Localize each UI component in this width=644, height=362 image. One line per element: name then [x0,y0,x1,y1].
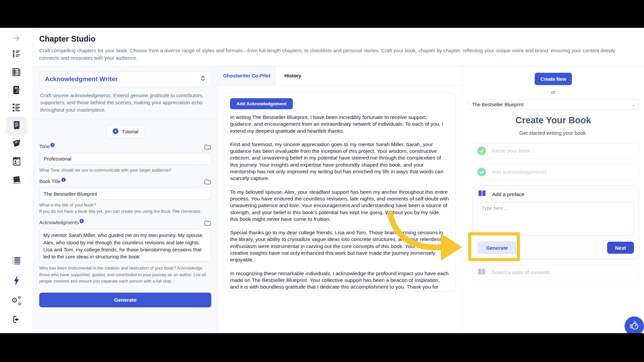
stopwatch-icon [629,321,639,332]
notebook-icon [11,120,21,132]
step-add-acknowledgements[interactable]: Add acknowledgements [473,164,639,180]
book-title-help-line2: If you do not have a book title yet, you… [39,209,201,214]
tool-panel: Acknowledgment Writer Craft sincere ackn… [33,66,218,334]
book-steps: Name your book Add acknowledgements Add … [473,143,639,280]
folder-icon [204,146,211,151]
acknowledgement-document: Add Acknowledgement In writing The Bests… [224,93,456,292]
sidebar-item-forms[interactable] [7,64,26,82]
sidebar-item-outline[interactable] [7,99,26,117]
top-letterbox-bar [0,0,644,28]
tool-description: Craft sincere acknowledgments. Extend ge… [40,92,210,113]
info-icon[interactable]: i [61,178,66,182]
tone-input[interactable] [39,153,211,165]
sidebar: ⚙⚙⚙ [0,28,33,333]
book-title-input[interactable] [39,188,211,200]
tab-history[interactable]: History [275,66,301,85]
book-icon [12,175,21,185]
open-book-icon [477,268,486,277]
sidebar-item-write[interactable] [7,82,26,100]
page-title: Chapter Studio [39,35,623,44]
sidebar-item-quick-actions[interactable] [7,272,26,290]
paragraph: Special thanks go to my dear college fri… [230,229,449,263]
tone-folder-button[interactable] [204,144,211,150]
content-panels: Acknowledgment Writer Craft sincere ackn… [33,66,644,333]
sidebar-item-chapter-studio[interactable] [7,117,26,135]
sidebar-collapse-button[interactable] [7,30,26,48]
step-select-table-of-contents[interactable]: Select a table of contents [473,265,639,280]
step-label: Select a table of contents [492,269,550,276]
create-your-book-title: Create Your Book [463,115,644,126]
sidebar-item-settings[interactable]: ⚙⚙⚙ [7,292,26,310]
book-title-folder-button[interactable] [204,179,211,185]
book-select-value: The Bestseller Blueprint [472,102,524,107]
app-window: ⚙⚙⚙ Chapter Studio Craft compelling chap… [0,28,644,333]
chevron-up-down-icon [200,75,206,83]
page-header: Chapter Studio Craft compelling chapters… [39,35,623,62]
step-name-your-book[interactable]: Name your book [473,143,639,159]
create-book-panel: Create New or The Bestseller Blueprint ⌄… [463,66,644,334]
tool-selector[interactable]: Acknowledgment Writer [39,71,211,87]
persona-list-icon [12,50,21,60]
acknowledgments-help-text: Who has been instrumental in the creatio… [39,265,211,284]
check-icon [477,168,486,176]
ghostwriter-panel: Ghostwriter Co-Pilot History Add Acknowl… [218,66,462,334]
tutorial-label: Tutorial [122,129,138,134]
tab-ghostwriter-co-pilot[interactable]: Ghostwriter Co-Pilot [218,66,275,85]
folder-icon [204,181,211,186]
sidebar-item-personas[interactable] [7,46,26,64]
add-acknowledgement-button[interactable]: Add Acknowledgement [230,98,293,109]
acknowledgments-folder-button[interactable] [204,220,211,226]
sidebar-item-library[interactable] [7,171,26,189]
step-add-a-preface: Add a preface Generate Next [473,185,639,259]
acknowledgement-text[interactable]: In writing The Bestseller Blueprint, I h… [229,114,450,292]
sidebar-item-list[interactable] [7,252,26,270]
lightning-icon [13,276,20,287]
tone-label: Tone [39,144,50,149]
preface-textarea[interactable] [478,202,634,236]
next-button[interactable]: Next [607,242,634,254]
paragraph: In recognizing these remarkable individu… [230,270,449,292]
tab-bar: Ghostwriter Co-Pilot History [218,66,462,86]
open-book-icon [478,190,486,198]
acknowledgments-label: Acknowledgments [39,220,79,225]
create-new-button[interactable]: Create New [535,73,572,85]
step-label: Add a preface [492,191,525,197]
preface-generate-button[interactable]: Generate [478,241,516,254]
check-icon [477,146,486,155]
book-edit-icon [12,85,21,96]
paragraph: In writing The Bestseller Blueprint, I h… [230,114,449,134]
book-select[interactable]: The Bestseller Blueprint ⌄ [468,99,639,110]
play-icon [112,128,119,135]
acknowledgments-textarea[interactable]: My mentor Sarah Miller, who guided me on… [39,229,211,261]
checklist-icon [12,67,21,78]
generate-button[interactable]: Generate [39,293,211,307]
logout-icon [12,315,21,325]
tutorial-button[interactable]: Tutorial [106,125,144,138]
paragraph: To my beloved spouse, Alex, your steadfa… [230,189,449,223]
arrow-right-icon [12,34,21,44]
sidebar-item-publish[interactable] [7,135,26,153]
tone-field-group: Tone i What Tone should we use to commun… [39,144,211,173]
info-icon[interactable]: i [50,143,55,147]
create-your-book-subtitle: Get started writing your book. [463,130,644,136]
folder-icon [204,222,211,227]
page-description: Craft compelling chapters for your book.… [39,47,623,62]
step-label: Add acknowledgements [492,169,547,175]
bottom-letterbox-bar [0,333,644,362]
book-title-help-line1: What is the title of your book? [39,202,96,207]
steps-list-icon [12,103,21,114]
chevron-down-icon: ⌄ [632,102,635,107]
divider [33,119,218,119]
sidebar-item-logout[interactable] [7,311,26,329]
book-title-help-text: What is the title of your book?If you do… [39,202,211,215]
step-label: Name your book [492,148,530,154]
sidebar-item-profile[interactable] [7,153,26,171]
info-icon[interactable]: i [79,219,84,223]
acknowledgments-field-group: Acknowledgments i My mentor Sarah Miller… [39,220,211,284]
tone-help-text: What Tone should we use to communicate w… [39,167,211,173]
list-icon [12,257,21,266]
book-stamp-icon [12,139,21,149]
or-separator: or [463,89,644,95]
paragraph: First and foremost, my sincere appreciat… [230,141,449,182]
id-card-icon [12,157,21,167]
